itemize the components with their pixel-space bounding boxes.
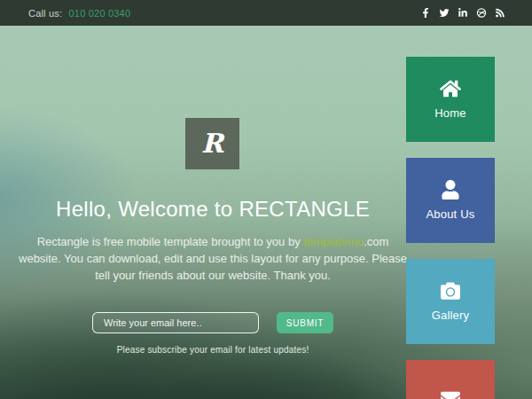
intro-before: Rectangle is free mobile template brough… — [37, 235, 304, 248]
submit-button[interactable]: SUBMIT — [277, 312, 333, 333]
nav-tile-label: Home — [434, 106, 466, 120]
home-icon — [440, 79, 461, 98]
camera-icon — [440, 281, 461, 301]
nav-tile-label: Gallery — [432, 309, 470, 322]
phone-number[interactable]: 010 020 0340 — [69, 8, 131, 19]
call-us-label: Call us: — [28, 8, 62, 19]
rss-icon[interactable] — [495, 8, 505, 18]
topbar: Call us: 010 020 0340 — [0, 0, 532, 26]
social-links — [420, 8, 505, 18]
user-icon — [440, 180, 461, 200]
linkedin-icon[interactable] — [458, 8, 468, 18]
page: Call us: 010 020 0340 R Hello, Welcome — [0, 0, 532, 399]
call-us: Call us: 010 020 0340 — [28, 8, 130, 19]
envelope-icon — [440, 389, 461, 399]
subscribe-form: SUBMIT — [0, 312, 426, 333]
nav-tile-home[interactable]: Home — [406, 57, 495, 142]
email-input[interactable] — [92, 312, 259, 333]
nav-tile-gallery[interactable]: Gallery — [406, 259, 495, 344]
heading-brand: RECTANGLE — [239, 197, 370, 221]
nav-tile-contact[interactable] — [406, 360, 495, 399]
facebook-icon[interactable] — [420, 8, 431, 18]
templatemo-link[interactable]: templatemo — [303, 235, 364, 248]
heading-prefix: Hello, Welcome to — [56, 197, 239, 221]
logo[interactable]: R — [185, 118, 239, 169]
page-title: Hello, Welcome to RECTANGLE — [0, 197, 426, 222]
logo-letter: R — [201, 130, 223, 157]
subscribe-note: Please subscribe your email for latest u… — [0, 345, 426, 355]
twitter-icon[interactable] — [439, 8, 450, 18]
nav-tile-label: About Us — [426, 207, 474, 221]
intro-text: Rectangle is free mobile template brough… — [18, 233, 408, 284]
dribbble-icon[interactable] — [476, 8, 487, 18]
nav-tile-about-us[interactable]: About Us — [406, 158, 495, 243]
